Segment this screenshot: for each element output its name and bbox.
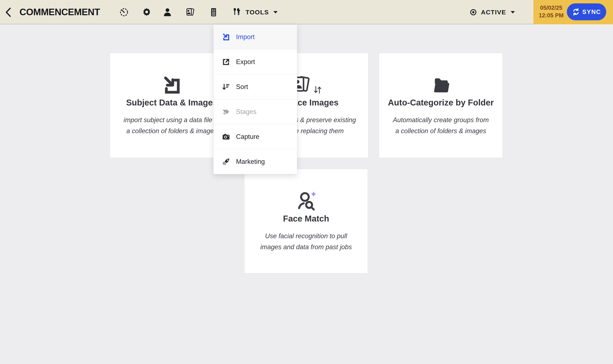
- menu-item-export[interactable]: Export: [214, 49, 297, 74]
- svg-text:$: $: [212, 9, 214, 12]
- menu-item-sort[interactable]: Sort: [214, 74, 297, 99]
- card-title: Face Match: [244, 214, 368, 223]
- chevron-down-icon: [273, 11, 278, 14]
- stages-icon: [222, 107, 231, 116]
- orders-invoice-icon[interactable]: $: [209, 7, 218, 17]
- sync-time: 12:05 PM: [537, 12, 565, 19]
- sync-panel: 05/02/25 12:05 PM SYNC: [533, 0, 613, 24]
- card-auto-categorize-by-folder[interactable]: Auto-Categorize by Folder Automatically …: [379, 53, 503, 158]
- sync-refresh-icon: [572, 8, 580, 16]
- menu-item-label: Import: [236, 33, 255, 41]
- images-photos-icon[interactable]: [185, 7, 195, 17]
- status-label: ACTIVE: [481, 9, 506, 16]
- sync-datetime: 05/02/25 12:05 PM: [537, 4, 565, 19]
- menu-item-label: Capture: [236, 133, 259, 141]
- tools-icon: [232, 7, 241, 17]
- folder-icon: [379, 75, 502, 95]
- card-description: Automatically create groups from a colle…: [379, 115, 502, 137]
- page-title: COMMENCEMENT: [19, 7, 100, 17]
- sync-button-label: SYNC: [582, 8, 601, 15]
- card-description: Use facial recognition to pull images an…: [244, 231, 368, 253]
- export-icon: [222, 57, 231, 66]
- dashboard-gauge-icon[interactable]: [119, 7, 129, 17]
- chevron-left-icon: [5, 7, 12, 17]
- app-window: COMMENCEMENT: [0, 0, 613, 364]
- menu-item-label: Marketing: [236, 158, 265, 166]
- menu-item-marketing[interactable]: Marketing: [214, 149, 297, 174]
- top-bar: COMMENCEMENT: [0, 0, 613, 24]
- sort-icon: [222, 82, 231, 91]
- sync-date: 05/02/25: [537, 4, 565, 12]
- back-button[interactable]: [5, 7, 12, 17]
- import-icon: [222, 33, 231, 41]
- menu-item-capture[interactable]: Capture: [214, 124, 297, 149]
- tools-dropdown-menu: Import Export So: [213, 24, 297, 174]
- subjects-person-icon[interactable]: [163, 7, 172, 17]
- rocket-icon: [222, 157, 231, 166]
- menu-item-label: Sort: [236, 83, 248, 91]
- camera-icon: [222, 132, 231, 141]
- sync-button[interactable]: SYNC: [567, 3, 606, 20]
- chevron-down-icon: [510, 11, 515, 14]
- card-face-match[interactable]: Face Match Use facial recognition to pul…: [244, 169, 368, 273]
- eye-icon: [470, 9, 477, 16]
- menu-item-label: Export: [236, 58, 255, 66]
- menu-item-label: Stages: [236, 108, 257, 116]
- menu-item-stages: Stages: [214, 99, 297, 124]
- menu-item-import[interactable]: Import: [214, 25, 297, 49]
- swap-arrows-icon: [313, 85, 322, 94]
- status-selector[interactable]: ACTIVE: [470, 0, 515, 24]
- card-title: Auto-Categorize by Folder: [379, 98, 502, 107]
- tools-menu-trigger[interactable]: TOOLS: [232, 0, 278, 24]
- face-match-icon: [244, 191, 368, 213]
- settings-gear-icon[interactable]: [142, 7, 152, 17]
- tools-menu-label: TOOLS: [246, 9, 269, 16]
